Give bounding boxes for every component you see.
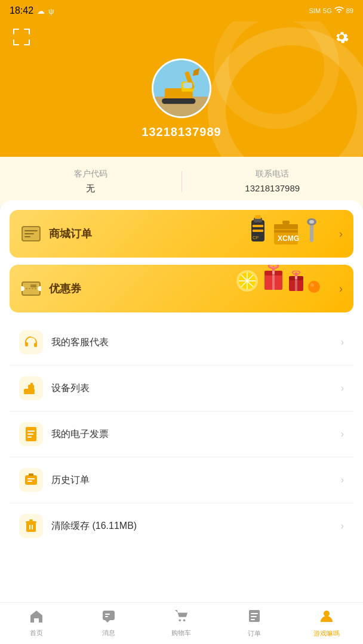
status-icons-right: SIM 5G 89 xyxy=(309,7,354,16)
history-order-icon xyxy=(19,468,43,492)
clear-cache-arrow: › xyxy=(341,521,344,531)
list-item-equipment[interactable]: 设备列表 › xyxy=(10,366,353,411)
scan-icon[interactable] xyxy=(12,27,31,49)
home-label: 首页 xyxy=(30,628,43,637)
coupon-banner-arrow: › xyxy=(339,283,343,295)
svg-rect-19 xyxy=(24,236,30,237)
nav-item-home[interactable]: 首页 xyxy=(0,603,73,644)
svg-text:XCMG: XCMG xyxy=(278,234,299,243)
svg-rect-30 xyxy=(282,221,290,224)
svg-point-79 xyxy=(183,620,186,622)
gift-box-1-icon xyxy=(262,265,285,293)
svg-rect-14 xyxy=(162,98,195,104)
history-box-icon xyxy=(24,473,38,487)
orange-decoration-icon xyxy=(307,280,321,293)
customer-code-section: 客户代码 无 xyxy=(0,169,182,194)
svg-rect-7 xyxy=(29,39,30,45)
nav-item-cart[interactable]: 购物车 xyxy=(145,603,218,644)
svg-rect-3 xyxy=(29,29,30,35)
equipment-icon xyxy=(19,376,43,400)
message-icon xyxy=(101,609,116,626)
status-left: 18:42 ☁ ψ xyxy=(10,5,54,16)
avatar[interactable] xyxy=(152,58,211,118)
profile-nav-label: 游戏嘛嗎 xyxy=(313,629,340,638)
order-banner-arrow: › xyxy=(339,228,343,240)
status-time: 18:42 xyxy=(10,5,33,16)
nav-item-order[interactable]: 订单 xyxy=(218,603,291,644)
cart-label: 购物车 xyxy=(171,628,191,637)
svg-rect-77 xyxy=(105,616,108,617)
svg-rect-68 xyxy=(27,481,32,482)
svg-rect-73 xyxy=(29,525,30,530)
oil-can-icon: CF xyxy=(247,213,269,246)
svg-rect-23 xyxy=(253,225,263,227)
svg-rect-75 xyxy=(103,611,115,620)
order-icon-svg xyxy=(21,225,41,242)
bottom-nav: 首页 消息 购物车 xyxy=(0,602,363,644)
nav-spacer xyxy=(10,549,353,596)
svg-rect-50 xyxy=(272,271,275,290)
profile-header: 13218137989 xyxy=(0,21,363,157)
invoice-icon xyxy=(19,422,43,446)
svg-rect-24 xyxy=(253,230,263,232)
profile-center: 13218137989 xyxy=(12,58,351,139)
message-label: 消息 xyxy=(102,628,115,637)
list-item-invoice[interactable]: 我的电子发票 › xyxy=(10,411,353,457)
svg-point-56 xyxy=(308,281,320,293)
username: 13218137989 xyxy=(141,125,221,139)
invoice-label: 我的电子发票 xyxy=(51,428,341,441)
order-banner-icon xyxy=(20,223,42,244)
customer-service-label: 我的客服代表 xyxy=(51,336,341,349)
list-item-history-order[interactable]: 历史订单 › xyxy=(10,457,353,503)
svg-point-78 xyxy=(179,620,181,622)
customer-service-icon xyxy=(19,330,43,354)
spanner-icon xyxy=(303,216,321,246)
info-row: 客户代码 无 联系电话 13218137989 xyxy=(0,157,363,206)
equipment-label: 设备列表 xyxy=(51,382,341,395)
order-nav-icon xyxy=(248,609,261,627)
history-order-arrow: › xyxy=(341,475,344,485)
coupon-decoration xyxy=(235,265,321,293)
customer-code-label: 客户代码 xyxy=(74,169,107,179)
gift-box-2-icon xyxy=(287,271,305,293)
svg-rect-76 xyxy=(105,614,110,615)
cart-icon xyxy=(174,609,189,626)
svg-rect-60 xyxy=(30,383,33,386)
document-icon xyxy=(24,426,38,442)
clear-cache-label: 清除缓存 (16.11MB) xyxy=(51,520,341,532)
svg-point-33 xyxy=(309,220,314,224)
lemon-icon xyxy=(235,268,260,293)
list-item-clear-cache[interactable]: 清除缓存 (16.11MB) › xyxy=(10,503,353,549)
svg-rect-22 xyxy=(255,215,261,219)
svg-rect-61 xyxy=(24,392,35,394)
svg-point-84 xyxy=(324,611,330,617)
svg-point-57 xyxy=(310,283,314,287)
mall-order-banner[interactable]: 商城订单 CF XCMG xyxy=(10,210,353,258)
list-section: 我的客服代表 › 设备列表 › xyxy=(10,320,353,549)
svg-rect-55 xyxy=(295,276,297,291)
avatar-image xyxy=(153,58,210,118)
svg-rect-18 xyxy=(24,233,34,234)
nav-item-message[interactable]: 消息 xyxy=(73,603,146,644)
trash-icon xyxy=(24,519,38,533)
nav-item-profile[interactable]: 游戏嘛嗎 xyxy=(290,603,363,644)
svg-rect-83 xyxy=(251,619,255,620)
svg-rect-71 xyxy=(26,521,36,523)
svg-rect-66 xyxy=(25,475,37,485)
settings-icon[interactable] xyxy=(332,27,351,49)
svg-rect-63 xyxy=(27,431,35,432)
headset-icon xyxy=(24,335,38,349)
coupon-banner[interactable]: 优惠券 xyxy=(10,265,353,312)
battery-icon: 89 xyxy=(346,7,353,14)
clear-cache-icon xyxy=(19,514,43,538)
list-item-customer-service[interactable]: 我的客服代表 › xyxy=(10,320,353,366)
svg-rect-17 xyxy=(24,230,38,231)
svg-rect-82 xyxy=(251,616,257,617)
svg-rect-28 xyxy=(274,230,298,233)
phone-section: 联系电话 13218137989 xyxy=(182,169,364,194)
customer-code-value: 无 xyxy=(86,183,95,194)
history-order-label: 历史订单 xyxy=(51,474,341,487)
coupon-icon-svg xyxy=(21,281,41,296)
customer-service-arrow: › xyxy=(341,337,344,348)
status-signal-icon: ψ xyxy=(48,7,54,16)
